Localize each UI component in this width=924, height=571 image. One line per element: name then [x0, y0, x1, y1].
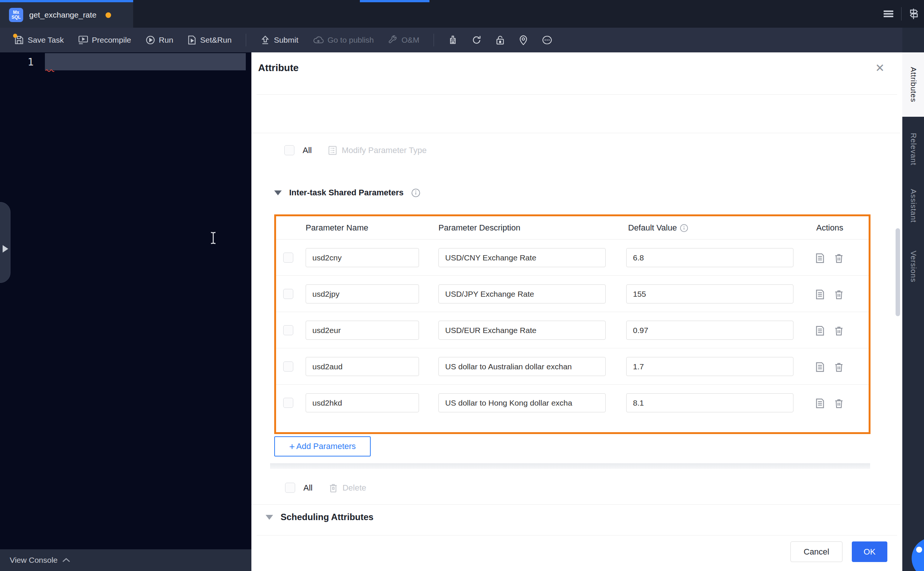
default-value-input[interactable]: [626, 248, 793, 267]
format-brush-icon[interactable]: [448, 35, 457, 45]
om-label: O&M: [401, 35, 419, 45]
detail-doc-icon[interactable]: [815, 289, 825, 300]
run-button[interactable]: Run: [146, 35, 174, 45]
caret-down-icon[interactable]: [266, 515, 273, 520]
rail-tab-assistant[interactable]: Assistant: [902, 180, 924, 232]
view-console-label: View Console: [10, 556, 58, 565]
set-run-icon: [188, 35, 196, 45]
signpost-icon[interactable]: [909, 8, 919, 20]
parameter-description-input[interactable]: [439, 248, 606, 267]
app-window: Mx SQL get_exchange_rate Save Task: [0, 0, 924, 571]
rail-tab-label: Versions: [909, 251, 918, 282]
row-checkbox[interactable]: [283, 398, 293, 408]
save-task-button[interactable]: Save Task: [14, 35, 64, 45]
parameter-name-input[interactable]: [306, 248, 419, 267]
attribute-panel: Attribute ✕ All Modify Parameter Type In…: [251, 52, 902, 571]
row-checkbox[interactable]: [283, 289, 293, 299]
detail-doc-icon[interactable]: [815, 398, 825, 409]
modify-parameter-type-button[interactable]: Modify Parameter Type: [328, 145, 427, 155]
secondary-active-indicator: [360, 0, 430, 2]
code-editor[interactable]: 1: [0, 52, 251, 549]
default-value-input[interactable]: [626, 393, 793, 412]
ok-button[interactable]: OK: [852, 542, 887, 562]
select-all-checkbox[interactable]: [284, 145, 294, 155]
trash-icon[interactable]: [834, 398, 844, 409]
rail-tab-relevant[interactable]: Relevant: [902, 126, 924, 172]
precompile-button[interactable]: Precompile: [78, 35, 131, 45]
parameter-description-input[interactable]: [439, 321, 606, 340]
toolbar-divider: [434, 34, 434, 46]
shared-params-section-header: Inter-task Shared Parameters: [274, 188, 420, 198]
detail-doc-icon[interactable]: [815, 362, 825, 372]
parameter-description-input[interactable]: [439, 393, 606, 412]
cancel-button[interactable]: Cancel: [790, 542, 842, 562]
set-and-run-button[interactable]: Set&Run: [188, 35, 231, 45]
lock-icon[interactable]: [496, 35, 505, 45]
syntax-error-squiggle: [45, 69, 54, 72]
bulk-delete-toolbar: All Delete: [285, 483, 366, 493]
footer-divider: [257, 535, 897, 536]
detail-doc-icon[interactable]: [815, 326, 825, 336]
delete-label: Delete: [342, 483, 366, 493]
editor-tab-bar: Mx SQL get_exchange_rate: [0, 0, 924, 28]
text-cursor-icon: [209, 231, 217, 245]
submit-button[interactable]: Submit: [260, 35, 298, 45]
rail-tab-attributes[interactable]: Attributes: [902, 52, 924, 117]
save-icon: [14, 35, 24, 45]
caret-down-icon[interactable]: [274, 190, 282, 195]
default-value-input[interactable]: [626, 284, 793, 304]
select-all-checkbox[interactable]: [285, 483, 295, 493]
param-type-toolbar: All Modify Parameter Type: [284, 145, 427, 155]
tab-title: get_exchange_rate: [29, 11, 97, 20]
close-icon[interactable]: ✕: [873, 61, 887, 75]
assistant-button-dot: [916, 547, 922, 552]
go-to-publish-label: Go to publish: [328, 35, 374, 45]
parameter-description-input[interactable]: [439, 284, 606, 304]
expand-left-panel-handle[interactable]: [0, 202, 11, 283]
col-default-value: Default Value: [628, 223, 677, 233]
parameter-description-input[interactable]: [439, 357, 606, 376]
menu-icon[interactable]: [883, 9, 894, 19]
detail-doc-icon[interactable]: [815, 253, 825, 264]
section-divider: [251, 505, 900, 505]
add-parameters-button[interactable]: + Add Parameters: [274, 436, 371, 457]
om-wrench-icon: [388, 35, 398, 45]
default-value-input[interactable]: [626, 321, 793, 340]
default-value-input[interactable]: [626, 357, 793, 376]
more-ellipsis-icon[interactable]: [542, 35, 552, 45]
table-row: [276, 312, 869, 348]
submit-icon: [260, 35, 270, 45]
go-to-publish-button[interactable]: Go to publish: [313, 35, 374, 45]
om-button[interactable]: O&M: [388, 35, 419, 45]
view-console-bar[interactable]: View Console: [0, 549, 251, 571]
location-pin-icon[interactable]: [519, 35, 528, 45]
refresh-icon[interactable]: [472, 35, 482, 45]
run-icon: [146, 35, 155, 45]
trash-icon[interactable]: [834, 362, 844, 372]
delete-selected-button[interactable]: Delete: [329, 483, 366, 493]
parameter-name-input[interactable]: [306, 284, 419, 304]
parameter-name-input[interactable]: [306, 393, 419, 412]
line-number: 1: [22, 56, 34, 68]
info-icon[interactable]: [411, 188, 420, 198]
row-checkbox[interactable]: [283, 325, 293, 335]
panel-title: Attribute: [258, 62, 299, 74]
precompile-label: Precompile: [92, 35, 131, 45]
save-task-label: Save Task: [28, 35, 64, 45]
parameter-name-input[interactable]: [306, 357, 419, 376]
trash-icon[interactable]: [834, 289, 844, 300]
panel-scrollbar-thumb[interactable]: [896, 228, 900, 316]
rail-tab-versions[interactable]: Versions: [902, 239, 924, 293]
table-row: [276, 385, 869, 421]
trash-icon[interactable]: [834, 326, 844, 336]
tab-get-exchange-rate[interactable]: Mx SQL get_exchange_rate: [0, 0, 133, 28]
info-icon[interactable]: [680, 224, 688, 232]
trash-icon: [329, 483, 338, 493]
row-checkbox[interactable]: [283, 253, 293, 263]
row-checkbox[interactable]: [283, 361, 293, 372]
modify-parameter-type-label: Modify Parameter Type: [342, 145, 427, 155]
trash-icon[interactable]: [834, 253, 844, 264]
table-header-row: Parameter Name Parameter Description Def…: [276, 216, 869, 239]
task-icon-text-bottom: SQL: [12, 15, 21, 20]
parameter-name-input[interactable]: [306, 321, 419, 340]
